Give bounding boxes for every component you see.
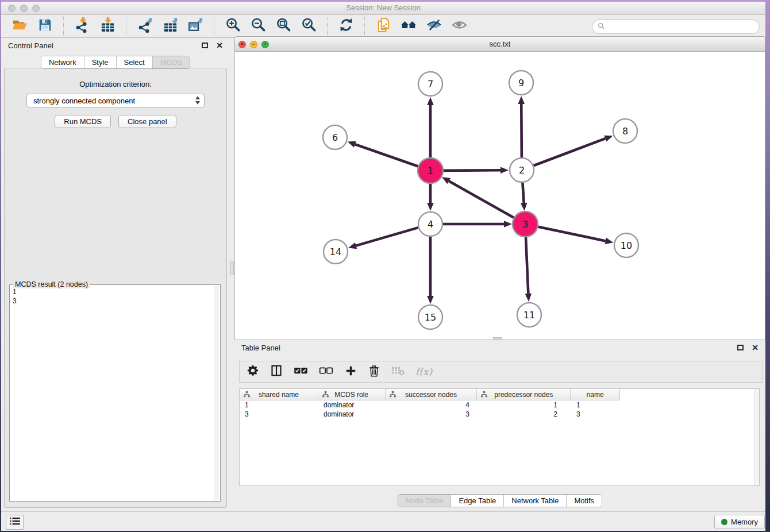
- hierarchy-icon: [481, 391, 487, 399]
- import-network-button[interactable]: [73, 17, 91, 36]
- column-header-successor-nodes[interactable]: successor nodes: [386, 389, 478, 400]
- table-panel-title: Table Panel: [241, 344, 280, 352]
- export-table-button[interactable]: [161, 17, 179, 36]
- table-tab-node-table[interactable]: Node Table: [398, 495, 451, 507]
- save-session-button[interactable]: [36, 17, 54, 36]
- graph-node-14[interactable]: 14: [324, 240, 348, 264]
- graph-edge-1-6[interactable]: [348, 141, 419, 167]
- cell-predecessor-nodes: 1: [478, 400, 571, 410]
- export-network-button[interactable]: [136, 17, 154, 36]
- add-row-button[interactable]: [344, 365, 357, 379]
- tab-mcds[interactable]: MCDS: [152, 56, 190, 68]
- gear-button[interactable]: [247, 365, 259, 379]
- graph-edge-2-8[interactable]: [534, 136, 613, 166]
- graph-node-8[interactable]: 8: [613, 119, 637, 143]
- main-toolbar: [1, 15, 765, 38]
- network-canvas[interactable]: 7968124314101511: [234, 52, 765, 340]
- desktop-edge-top: [0, 0, 770, 2]
- graph-node-11[interactable]: 11: [517, 303, 541, 327]
- toolbar-separator: [214, 17, 214, 36]
- table-tab-motifs[interactable]: Motifs: [566, 495, 602, 507]
- graph-node-1[interactable]: 1: [418, 158, 443, 183]
- graph-edge-3-1[interactable]: [442, 177, 514, 218]
- graph-node-4[interactable]: 4: [418, 212, 442, 236]
- graph-edge-3-11[interactable]: [525, 237, 532, 302]
- graph-node-3[interactable]: 3: [513, 211, 538, 237]
- column-header-name[interactable]: name: [571, 389, 619, 400]
- app-minimize-button[interactable]: [20, 5, 28, 12]
- toolbar-separator: [327, 17, 328, 36]
- svg-text:7: 7: [428, 79, 433, 90]
- hide-selected-button[interactable]: [425, 17, 443, 36]
- graph-edge-3-10[interactable]: [538, 227, 614, 245]
- tab-style[interactable]: Style: [84, 56, 116, 68]
- refresh-view-button[interactable]: [337, 17, 355, 36]
- graph-edge-4-15[interactable]: [427, 237, 434, 304]
- gear-icon: [247, 365, 259, 379]
- graph-node-9[interactable]: 9: [509, 71, 533, 95]
- deselect-all-button[interactable]: [319, 365, 333, 379]
- mcds-result-scrollbar[interactable]: [214, 286, 219, 500]
- column-header-MCDS-role[interactable]: MCDS role: [318, 389, 386, 400]
- table-row[interactable]: 3dominator323: [240, 410, 759, 419]
- column-header-shared-name[interactable]: shared name: [240, 389, 318, 400]
- delete-row-button[interactable]: [368, 365, 380, 379]
- graph-edge-1-2[interactable]: [443, 167, 509, 174]
- show-all-button[interactable]: [450, 17, 468, 36]
- graph-edge-1-7[interactable]: [427, 97, 434, 158]
- graph-node-7[interactable]: 7: [418, 72, 442, 96]
- graph-edge-1-4[interactable]: [427, 183, 434, 211]
- network-minimize-button[interactable]: −: [250, 41, 257, 48]
- mcds-result-text[interactable]: 1 3: [13, 287, 212, 499]
- graph-edge-4-14[interactable]: [348, 228, 418, 249]
- graph-edge-4-3[interactable]: [443, 221, 512, 228]
- table-scrollbar[interactable]: [754, 389, 759, 485]
- column-header-predecessor-nodes[interactable]: predecessor nodes: [477, 389, 571, 400]
- svg-text:14: 14: [330, 246, 341, 257]
- network-zoom-button[interactable]: +: [261, 41, 269, 48]
- graph-node-10[interactable]: 10: [614, 233, 638, 257]
- network-window-titlebar: ✕ − + scc.txt: [234, 36, 765, 52]
- graph-node-2[interactable]: 2: [510, 158, 534, 182]
- zoom-fit-button[interactable]: [274, 17, 292, 36]
- zoom-selected-icon: [301, 17, 317, 35]
- splitter-grip[interactable]: [230, 261, 234, 275]
- search-input[interactable]: [608, 21, 759, 33]
- home-layout-button[interactable]: [399, 17, 418, 36]
- import-table-icon: [100, 17, 116, 35]
- graph-node-15[interactable]: 15: [418, 305, 442, 329]
- export-image-button[interactable]: [186, 17, 205, 36]
- tab-network[interactable]: Network: [41, 56, 84, 68]
- close-panel-icon[interactable]: ✕: [216, 41, 223, 50]
- memory-button[interactable]: Memory: [714, 515, 765, 529]
- clone-network-button[interactable]: [374, 17, 392, 36]
- task-history-button[interactable]: [6, 515, 24, 530]
- table-close-panel-icon[interactable]: ✕: [752, 343, 759, 352]
- zoom-selected-button[interactable]: [299, 17, 318, 36]
- app-zoom-button[interactable]: [32, 5, 40, 12]
- app-close-button[interactable]: [8, 5, 16, 12]
- table-float-panel-icon[interactable]: [737, 345, 744, 350]
- zoom-in-button[interactable]: [224, 17, 242, 36]
- toolbar-separator: [364, 17, 365, 36]
- tab-select[interactable]: Select: [116, 56, 152, 68]
- close-panel-button[interactable]: Close panel: [118, 115, 176, 128]
- panel-splitter[interactable]: [230, 38, 234, 511]
- network-close-button[interactable]: ✕: [238, 41, 246, 48]
- table-row[interactable]: 1dominator411: [240, 400, 759, 410]
- select-all-button[interactable]: [294, 365, 308, 379]
- zoom-out-button[interactable]: [249, 17, 267, 36]
- graph-edge-2-3[interactable]: [521, 183, 528, 211]
- import-table-button[interactable]: [98, 17, 117, 36]
- search-box[interactable]: [592, 20, 760, 34]
- graph-node-6[interactable]: 6: [323, 125, 347, 149]
- table-tab-network-table[interactable]: Network Table: [503, 495, 566, 507]
- optimization-criterion-dropdown[interactable]: strongly connected component: [26, 94, 205, 107]
- float-panel-icon[interactable]: [202, 43, 208, 48]
- open-folder-button[interactable]: [10, 17, 29, 36]
- columns-button[interactable]: [270, 365, 283, 379]
- graph-edge-2-9[interactable]: [518, 96, 525, 157]
- table-tab-edge-table[interactable]: Edge Table: [451, 495, 503, 507]
- control-panel-title: Control Panel: [8, 41, 53, 50]
- run-mcds-button[interactable]: Run MCDS: [55, 115, 111, 128]
